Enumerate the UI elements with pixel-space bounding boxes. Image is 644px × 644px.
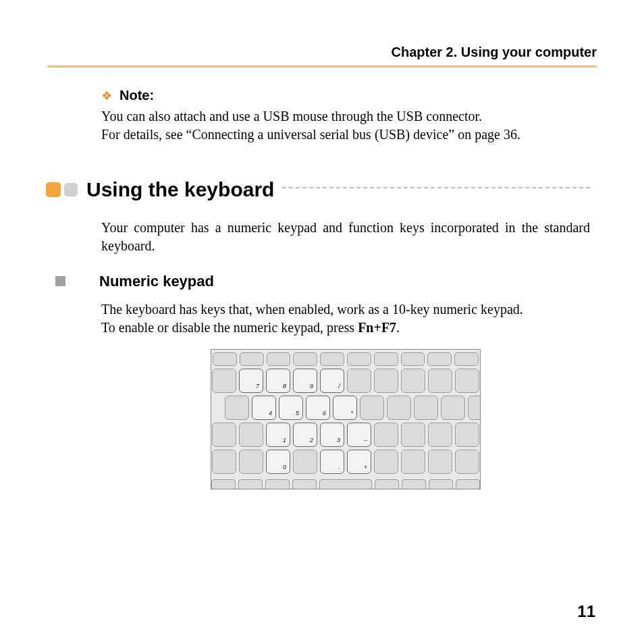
key-blank [468, 396, 481, 420]
note-label: Note: [119, 88, 154, 103]
fn-key [374, 352, 398, 366]
key-blank [292, 479, 317, 489]
keypad-key: 5 [279, 396, 303, 420]
key-blank [265, 479, 290, 489]
key-blank [374, 450, 398, 474]
keyboard-row: 1 2 3 – [211, 423, 480, 447]
key-blank [225, 396, 249, 420]
key-blank [374, 423, 398, 447]
bullet-grey-icon [64, 183, 78, 196]
keypad-key: 9 [293, 369, 317, 393]
subsection-heading-row: Numeric keypad [46, 271, 590, 292]
keypad-key: + [347, 450, 371, 474]
fn-key [454, 352, 479, 366]
keyboard-row: 4 5 6 * [224, 396, 481, 420]
fn-key [267, 352, 291, 366]
keyboard-diagram: 7 8 9 / 4 5 6 * [211, 349, 481, 489]
page-number: 11 [577, 602, 595, 621]
bullet-orange-icon [46, 182, 61, 197]
page-content: ❖ Note: You can also attach and use a US… [47, 86, 597, 489]
fn-key [213, 352, 237, 366]
key-blank [428, 423, 452, 447]
keypad-key: 4 [252, 396, 276, 420]
key-blank [428, 369, 452, 393]
key-blank [402, 479, 426, 489]
fn-key [320, 352, 344, 366]
key-blank [239, 423, 263, 447]
fn-key [427, 352, 452, 366]
key-blank [387, 396, 411, 420]
subsection-title: Numeric keypad [99, 271, 214, 292]
key-blank [360, 396, 384, 420]
note-text-1: You can also attach and use a USB mouse … [101, 107, 590, 126]
key-blank [455, 450, 479, 474]
p2-suffix: . [396, 320, 400, 335]
fn-key [401, 352, 425, 366]
key-blank [211, 479, 236, 489]
keypad-key: – [347, 423, 371, 447]
key-blank [212, 450, 236, 474]
note-heading: ❖ Note: [101, 86, 590, 105]
keypad-key: . [320, 450, 344, 474]
note-text-2: For details, see “Connecting a universal… [101, 126, 590, 144]
keyboard-figure: 7 8 9 / 4 5 6 * [101, 349, 590, 489]
key-blank [347, 369, 371, 393]
keypad-key: 7 [239, 369, 263, 393]
key-blank [238, 479, 263, 489]
key-blank [212, 423, 236, 447]
fn-key [240, 352, 264, 366]
key-blank [401, 450, 425, 474]
key-blank [212, 369, 236, 393]
key-blank [375, 479, 399, 489]
key-blank [374, 369, 398, 393]
key-blank [456, 479, 480, 489]
key-blank [414, 396, 438, 420]
key-blank [401, 369, 425, 393]
section-intro: Your computer has a numeric keypad and f… [101, 219, 590, 255]
dashed-rule [282, 187, 590, 188]
key-blank [293, 450, 317, 474]
keyboard-fn-row [211, 352, 480, 366]
keypad-key: 3 [320, 423, 344, 447]
chapter-title: Chapter 2. Using your computer [392, 45, 597, 60]
fn-key [293, 352, 317, 366]
chapter-header: Chapter 2. Using your computer [47, 27, 597, 68]
key-blank [455, 423, 479, 447]
keypad-key: 0 [266, 450, 290, 474]
key-blank [441, 396, 465, 420]
keypad-key: / [320, 369, 344, 393]
keypad-key: 6 [306, 396, 330, 420]
section-heading-row: Using the keyboard [46, 176, 590, 204]
keypad-key: 2 [293, 423, 317, 447]
bullet-square-icon [55, 276, 65, 286]
keyboard-row: 7 8 9 / [211, 369, 480, 393]
subsection-p1: The keyboard has keys that, when enabled… [101, 300, 590, 319]
key-blank [455, 369, 479, 393]
key-blank [429, 479, 453, 489]
subsection-p2: To enable or disable the numeric keypad,… [101, 319, 590, 337]
key-blank [428, 450, 452, 474]
keypad-key: 1 [266, 423, 290, 447]
keyboard-row: 0 . + [211, 450, 480, 474]
p2-prefix: To enable or disable the numeric keypad,… [101, 320, 358, 335]
key-blank [401, 423, 425, 447]
document-page: Chapter 2. Using your computer ❖ Note: Y… [0, 0, 644, 644]
key-space [319, 479, 372, 489]
keyboard-row [211, 479, 480, 489]
keypad-key: 8 [266, 369, 290, 393]
diamond-icon: ❖ [101, 89, 112, 103]
keypad-key: * [333, 396, 357, 420]
fn-key [347, 352, 371, 366]
p2-shortcut: Fn+F7 [358, 320, 396, 335]
key-blank [239, 450, 263, 474]
section-title: Using the keyboard [86, 176, 274, 204]
